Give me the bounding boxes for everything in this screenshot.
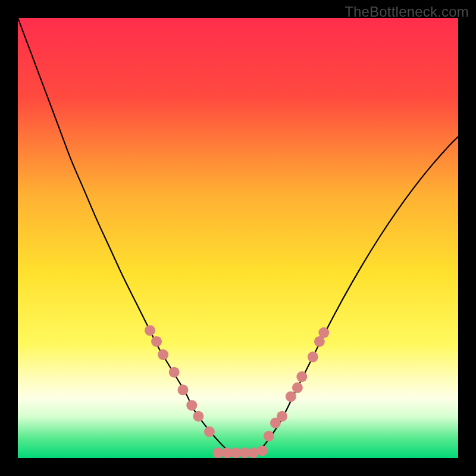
curve-marker — [318, 327, 329, 338]
curve-marker — [204, 427, 215, 437]
curve-marker — [186, 400, 197, 411]
curve-marker — [178, 384, 189, 395]
curve-marker — [169, 367, 180, 378]
curve-marker — [292, 383, 303, 393]
curve-marker — [151, 336, 162, 347]
curve-marker — [264, 431, 274, 441]
curve-marker — [158, 349, 168, 360]
curve-marker — [145, 325, 155, 336]
curve-marker — [308, 352, 318, 362]
curve-marker — [257, 445, 268, 456]
plot-area — [18, 18, 458, 458]
bottleneck-chart — [18, 18, 458, 458]
curve-marker — [296, 371, 307, 382]
chart-frame: TheBottleneck.com — [0, 0, 476, 476]
curve-marker — [286, 391, 296, 402]
gradient-background — [18, 18, 458, 458]
curve-marker — [277, 411, 287, 422]
curve-marker — [193, 411, 203, 422]
